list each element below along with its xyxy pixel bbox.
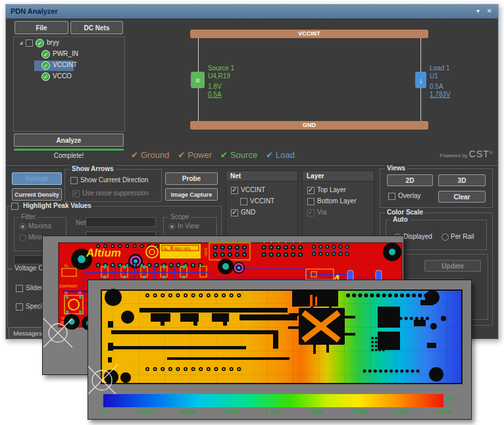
source-voltage[interactable]: 1.8V	[208, 83, 234, 91]
cst-logo: CST	[469, 149, 490, 159]
slider-checkbox[interactable]	[16, 285, 23, 292]
power-rail-bar[interactable]: VCCINT	[190, 30, 428, 38]
messages-tab[interactable]: Messages	[9, 327, 47, 338]
per-rail-radio[interactable]	[441, 234, 449, 241]
check-icon: ✔	[266, 150, 273, 160]
overlay-checkbox[interactable]	[388, 193, 395, 200]
file-button[interactable]: File	[14, 21, 68, 34]
vrm-source-icon[interactable]: ≡	[191, 72, 205, 88]
net-tree: ◢ ✓ bryy ✓ PWR_IN ✓ VCCINT ✓ VCCO	[13, 36, 125, 132]
load-name: Load 1	[430, 64, 451, 72]
load-current[interactable]: 0.5A	[430, 83, 451, 91]
check-circle-icon: ✓	[41, 50, 50, 59]
image-capture-button[interactable]: Image Capture	[165, 188, 218, 201]
view-2d-button[interactable]: 2D	[387, 174, 433, 186]
via-checkbox[interactable]	[307, 209, 315, 216]
analysis-status: Complete!	[14, 152, 124, 159]
highlight-net-field[interactable]	[86, 217, 156, 227]
powered-by: Powered by CST®	[440, 149, 493, 159]
legend-ground: ✔Ground	[131, 150, 169, 160]
scale-tick: 0.29m	[129, 409, 162, 415]
legend: ✔Ground ✔Power ✔Source ✔Load	[131, 150, 295, 160]
sl-label: SL	[163, 247, 168, 251]
scale-unit-label: V	[447, 396, 452, 403]
net-panel-header: Net	[226, 171, 297, 182]
ground-rail-bar[interactable]: GND	[190, 121, 428, 130]
scale-tick: 2.32m	[427, 409, 460, 415]
top-layer-checkbox[interactable]	[307, 187, 315, 194]
net-vccint-checkbox[interactable]	[231, 187, 238, 194]
source-name: Source 1	[208, 64, 234, 72]
scale-tick: 1.74m	[342, 409, 375, 415]
highlight-peak-checkbox[interactable]	[11, 203, 18, 210]
origin-crosshair-icon	[43, 318, 72, 347]
window-title: PDN Analyzer	[11, 7, 58, 15]
in-view-radio[interactable]	[168, 223, 176, 230]
check-icon: ✔	[131, 150, 138, 160]
net-gnd-checkbox[interactable]	[231, 209, 238, 216]
layer-panel-header: Layer	[303, 171, 374, 182]
legend-source: ✔Source	[220, 150, 257, 160]
scale-tick: 1.45m	[299, 409, 332, 415]
scale-tick: 0.58m	[172, 409, 205, 415]
close-icon[interactable]: ✕	[487, 7, 492, 14]
bottom-layer-checkbox[interactable]	[307, 198, 315, 205]
screenshot-stage: PDN Analyzer ▾ ✕ File DC Nets ◢ ✓ bryy ✓…	[0, 0, 504, 425]
legend-load: ✔Load	[266, 150, 295, 160]
maxima-radio[interactable]	[19, 223, 26, 230]
check-circle-icon: ✓	[41, 72, 50, 81]
color-scale-bar	[103, 394, 443, 407]
source-designators[interactable]: U4,R19	[208, 72, 234, 80]
analyze-button[interactable]: Analyze	[14, 134, 124, 147]
probe-button[interactable]: Probe	[165, 172, 218, 185]
legend-power: ✔Power	[178, 150, 212, 160]
voltage-map-window[interactable]: 0 0.29m 0.58m 0.87m 1.16m 1.45m 1.74m 2.…	[88, 280, 472, 420]
contrast-label: CONTRAST	[59, 284, 78, 288]
load-designators[interactable]: U1	[430, 72, 451, 80]
tree-root-checkbox[interactable]	[26, 39, 33, 47]
net-vccint-child-checkbox[interactable]	[240, 198, 247, 205]
load-arrow-icon[interactable]: ↓	[415, 72, 426, 88]
scale-tick: 1.16m	[257, 409, 290, 415]
hdr1-label: HDR1	[204, 247, 208, 257]
view-3d-button[interactable]: 3D	[438, 174, 486, 186]
scale-tick: 2.03m	[384, 409, 417, 415]
expand-icon[interactable]: ◢	[19, 40, 22, 45]
load-voltage[interactable]: 1.783V	[430, 91, 451, 99]
tree-item-vccint[interactable]: VCCINT	[53, 61, 77, 68]
current-density-button[interactable]: Current Density	[12, 188, 62, 201]
scale-tick: 0	[87, 409, 120, 415]
tree-item-vcco[interactable]: VCCO	[53, 72, 72, 80]
specific-checkbox[interactable]	[16, 303, 23, 311]
check-circle-icon: ✓	[41, 61, 50, 70]
title-bar[interactable]: PDN Analyzer ▾ ✕	[6, 5, 498, 18]
window-menu-icon[interactable]: ▾	[476, 7, 480, 14]
minima-radio[interactable]	[19, 234, 26, 241]
source-current[interactable]: 0.5A	[208, 91, 234, 99]
check-icon: ✔	[178, 150, 185, 160]
show-arrows-group: Show Arrows Show Current Direction Use n…	[64, 169, 162, 202]
clear-button[interactable]: Clear	[438, 191, 486, 203]
scale-tick: 0.87m	[214, 409, 247, 415]
dc-nets-button[interactable]: DC Nets	[70, 21, 123, 34]
show-current-direction-checkbox[interactable]	[70, 177, 78, 184]
check-icon: ✔	[220, 150, 228, 160]
tree-root-label[interactable]: bryy	[47, 39, 59, 46]
fl-label: FL	[64, 264, 68, 268]
progress-bar	[14, 149, 124, 151]
tree-item-pwr-in[interactable]: PWR_IN	[53, 50, 78, 57]
noise-suppression-checkbox[interactable]	[72, 190, 80, 197]
check-circle-icon: ✓	[36, 39, 44, 47]
rev-label: REV N01	[174, 247, 191, 251]
voltage-button[interactable]: Voltage	[12, 172, 62, 185]
update-button[interactable]: Update	[424, 260, 481, 272]
altium-logo-text: Altium	[86, 247, 121, 259]
views-group: Views 2D 3D Overlay Clear	[380, 168, 493, 208]
